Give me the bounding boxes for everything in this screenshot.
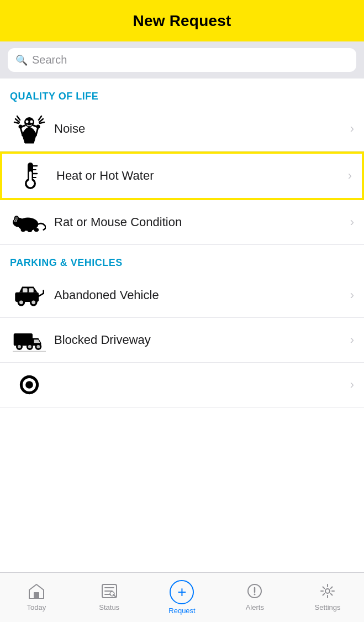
tab-bar: Today Status + Request Al [0,572,364,622]
list-item-blocked-driveway[interactable]: Blocked Driveway › [0,318,364,363]
abandoned-vehicle-label: Abandoned Vehicle [49,288,350,302]
svg-rect-30 [23,288,28,292]
blocked-driveway-svg [13,325,46,356]
svg-point-57 [254,594,256,595]
settings-icon [319,583,336,601]
svg-point-27 [28,228,33,232]
svg-point-24 [15,220,17,222]
rat-label: Rat or Mouse Condition [49,215,350,229]
svg-point-48 [25,381,33,389]
page-title: New Request [133,12,231,30]
noise-icon [10,112,49,145]
svg-point-42 [28,345,31,348]
abandoned-vehicle-icon [10,279,49,312]
svg-point-40 [18,345,21,348]
noise-label: Noise [49,122,350,136]
svg-point-8 [30,121,33,123]
svg-line-2 [17,116,20,120]
list-item-noise[interactable]: Noise › [0,107,364,151]
request-label: Request [168,607,195,615]
abandoned-vehicle-svg [13,280,46,311]
tab-alerts[interactable]: Alerts [218,573,291,622]
rat-icon [10,206,49,239]
next-item-chevron: › [350,378,354,392]
list-item-abandoned-vehicle[interactable]: Abandoned Vehicle › [0,273,364,318]
svg-line-36 [39,294,44,296]
list-item-heat-or-hot-water[interactable]: Heat or Hot Water › [0,151,364,200]
section-parking-header: PARKING & VEHICLES [0,245,364,273]
alerts-icon [246,583,263,601]
search-placeholder: Search [32,54,349,66]
svg-rect-49 [34,592,39,599]
svg-point-14 [27,180,34,187]
svg-point-10 [36,125,40,129]
search-icon: 🔍 [15,54,28,66]
alerts-label: Alerts [246,603,264,611]
settings-label: Settings [315,603,341,611]
status-label: Status [99,603,119,611]
svg-point-33 [19,300,23,304]
svg-point-28 [34,228,39,232]
abandoned-vehicle-chevron: › [350,288,354,302]
svg-rect-13 [29,171,32,181]
section-quality-of-life-title: QUALITY OF LIFE [10,91,98,102]
noise-chevron: › [350,122,354,136]
next-item-icon [10,368,49,401]
tab-status[interactable]: Status [73,573,146,622]
page-header: New Request [0,0,364,41]
tab-request[interactable]: + Request [146,573,219,622]
list-item-next[interactable]: › [0,363,364,407]
rat-svg [13,207,46,238]
content-area: QUALITY OF LIFE [0,79,364,572]
svg-rect-31 [29,288,34,292]
today-label: Today [27,603,46,611]
request-icon: + [170,580,194,604]
blocked-driveway-chevron: › [350,333,354,347]
search-bar-container: 🔍 Search [0,41,364,79]
next-item-svg [13,369,46,400]
svg-point-54 [110,592,114,596]
svg-point-7 [26,121,29,123]
blocked-driveway-icon [10,323,49,357]
tab-settings[interactable]: Settings [291,573,364,622]
section-parking-title: PARKING & VEHICLES [10,257,123,268]
svg-point-35 [31,300,35,304]
today-icon [28,583,45,601]
heat-icon [12,159,51,192]
heat-chevron: › [348,169,352,183]
svg-point-9 [19,125,23,129]
heat-label: Heat or Hot Water [51,169,348,183]
rat-chevron: › [350,215,354,229]
svg-point-58 [325,589,330,593]
heat-svg [15,160,48,191]
section-quality-of-life-header: QUALITY OF LIFE [0,79,364,107]
list-item-rat-or-mouse[interactable]: Rat or Mouse Condition › [0,200,364,245]
search-bar[interactable]: 🔍 Search [8,48,356,72]
svg-point-26 [21,228,26,232]
status-icon [101,583,118,601]
svg-line-5 [39,116,41,120]
svg-point-44 [36,345,40,348]
svg-line-1 [14,122,19,123]
svg-point-25 [13,222,14,223]
noise-svg [13,113,46,144]
tab-today[interactable]: Today [0,573,73,622]
svg-line-4 [40,122,44,123]
blocked-driveway-label: Blocked Driveway [49,333,350,347]
